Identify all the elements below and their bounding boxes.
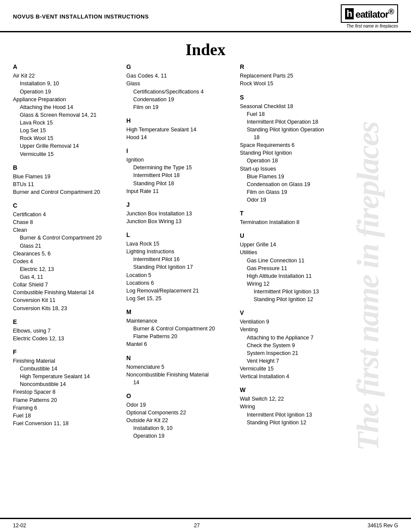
entry-text: Ignition xyxy=(126,156,233,164)
index-entry: Determining the Type 15 xyxy=(126,164,233,171)
entry-text: Burner & Control Compartment 20 xyxy=(126,325,233,333)
index-entry: Rock Wool 15 xyxy=(13,134,119,142)
entry-text: Standing Pilot Ignition 17 xyxy=(126,263,233,271)
page-title: Index xyxy=(0,40,411,59)
entry-text: Combustible Finishing Material 14 xyxy=(13,289,119,296)
entry-text: Nomenclature 5 xyxy=(126,363,233,371)
entry-text: Standing Pilot Ignition xyxy=(240,149,346,157)
index-entry: Wiring xyxy=(240,403,346,411)
index-entry: Codes 4 xyxy=(13,258,119,265)
entry-text: Framing 6 xyxy=(13,404,119,412)
entry-text: Attaching to the Appliance 7 xyxy=(240,334,346,342)
index-entry: Intermittent Pilot 16 xyxy=(126,255,233,263)
index-entry: Ignition xyxy=(126,156,233,164)
index-entry: Standing Pilot Ignition 17 xyxy=(126,263,233,271)
section-letter-t: T xyxy=(240,210,346,217)
index-entry: Fuel Conversion 11, 18 xyxy=(13,420,119,427)
index-entry: System Inspection 21 xyxy=(240,349,346,357)
entry-text: Glass & Screen Removal 14, 21 xyxy=(13,111,119,119)
index-entry: Installation 9, 10 xyxy=(13,80,119,87)
index-col-1: AAir Kit 22Installation 9, 10Operation 1… xyxy=(13,63,123,440)
index-entry: Vermiculite 15 xyxy=(13,150,119,158)
entry-text: BTUs 11 xyxy=(13,180,119,188)
entry-text: Fuel 18 xyxy=(13,412,119,420)
entry-text: Intermittent Pilot Operation 18 xyxy=(240,118,346,126)
section-letter-m: M xyxy=(126,308,233,315)
entry-text: Electric 12, 13 xyxy=(13,265,119,273)
entry-text: Firestop Spacer 8 xyxy=(13,388,119,396)
index-entry: Gas Pressure 11 xyxy=(240,264,346,272)
index-col-3: RReplacement Parts 25Rock Wool 15SSeason… xyxy=(237,63,398,440)
index-entry: Collar Shield 7 xyxy=(13,281,119,289)
index-entry: Glass 21 xyxy=(13,242,119,250)
section-letter-j: J xyxy=(126,201,233,208)
index-entry: Burner and Control Compartment 20 xyxy=(13,188,119,196)
entry-text: Mantel 6 xyxy=(126,340,233,348)
index-entry: Space Requirements 6 xyxy=(240,141,346,149)
index-entry: Fuel 18 xyxy=(13,412,119,420)
section-letter-u: U xyxy=(240,232,346,239)
entry-text: Blue Flames 19 xyxy=(240,173,346,180)
entry-text: Rock Wool 15 xyxy=(13,134,119,142)
entry-text: Clearances 5, 6 xyxy=(13,250,119,258)
entry-text: Installation 9, 10 xyxy=(13,80,119,87)
entry-text: Air Kit 22 xyxy=(13,72,119,80)
index-entry: Certifications/Specifications 4 xyxy=(126,88,233,96)
section-letter-l: L xyxy=(126,231,233,238)
entry-text: Log Set 15 xyxy=(13,127,119,134)
index-entry: Standing Pilot Ignition 12 xyxy=(240,296,346,303)
entry-text: Replacement Parts 25 xyxy=(240,72,346,80)
section-letter-v: V xyxy=(240,309,346,316)
logo-area: h eatilator® The first name in fireplace… xyxy=(341,4,398,28)
entry-text: Determining the Type 15 xyxy=(126,164,233,171)
index-entry: Blue Flames 19 xyxy=(240,173,346,180)
entry-text: Log Set 15, 25 xyxy=(126,295,233,302)
header-title: NOVUS B-VENT INSTALLATION INSTRUCTIONS xyxy=(13,13,149,20)
entry-text: Rock Wool 15 xyxy=(240,80,346,87)
entry-text: Location 5 xyxy=(126,271,233,279)
entry-text: Maintenance xyxy=(126,317,233,325)
entry-text: Finishing Material xyxy=(13,357,119,365)
entry-text: Noncombustible Finishing Material xyxy=(126,371,233,379)
entry-text: Lighting Instructions xyxy=(126,248,233,255)
entry-text: Upper Grille Removal 14 xyxy=(13,142,119,150)
index-entry: Installation 9, 10 xyxy=(126,424,233,432)
entry-text: Standing Pilot Ignition 12 xyxy=(240,296,346,303)
index-entry: Vertical Installation 4 xyxy=(240,373,346,380)
index-entry: Wall Switch 12, 22 xyxy=(240,395,346,403)
entry-text: Noncombustible 14 xyxy=(13,380,119,388)
entry-text: Wiring xyxy=(240,403,346,411)
logo-box: h eatilator® xyxy=(341,4,398,23)
section-letter-c: C xyxy=(13,202,119,209)
entry-text: Burner & Control Compartment 20 xyxy=(13,234,119,242)
section-letter-n: N xyxy=(126,355,233,361)
index-entry: Wiring 12 xyxy=(240,280,346,288)
entry-text: Elbows, using 7 xyxy=(13,327,119,335)
index-entry: Venting xyxy=(240,326,346,333)
entry-text: Blue Flames 19 xyxy=(13,173,119,180)
page-wrapper: NOVUS B-VENT INSTALLATION INSTRUCTIONS h… xyxy=(0,0,411,532)
entry-text: Burner and Control Compartment 20 xyxy=(13,188,119,196)
entry-text: 18 xyxy=(240,134,346,141)
index-entry: Mantel 6 xyxy=(126,340,233,348)
entry-text: Flame Patterns 20 xyxy=(13,396,119,404)
index-columns: AAir Kit 22Installation 9, 10Operation 1… xyxy=(13,63,398,440)
entry-text: Odor 19 xyxy=(240,196,346,204)
logo-text: eatilator® xyxy=(355,7,394,20)
entry-text: Gas Pressure 11 xyxy=(240,264,346,272)
index-entry: Chase 8 xyxy=(13,218,119,226)
entry-text: Intermittent Pilot 16 xyxy=(126,255,233,263)
index-entry: Lighting Instructions xyxy=(126,248,233,255)
entry-text: Standing Pilot 18 xyxy=(126,180,233,187)
entry-text: Fuel 18 xyxy=(240,110,346,118)
index-entry: Standing Pilot 18 xyxy=(126,180,233,187)
footer-left: 12-02 xyxy=(13,523,26,529)
entry-text: Optional Components 22 xyxy=(126,409,233,417)
entry-text: Start-up Issues xyxy=(240,165,346,173)
entry-text: Ventilation 9 xyxy=(240,318,346,326)
entry-text: Upper Grille 14 xyxy=(240,241,346,249)
entry-text: Certification 4 xyxy=(13,211,119,218)
index-entry: Replacement Parts 25 xyxy=(240,72,346,80)
entry-text: Wiring 12 xyxy=(240,280,346,288)
index-entry: Rock Wool 15 xyxy=(240,80,346,87)
